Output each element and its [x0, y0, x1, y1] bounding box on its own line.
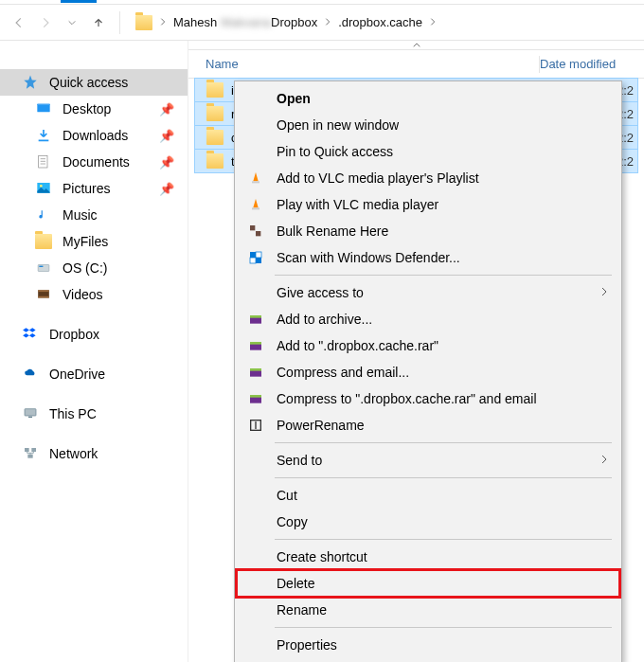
svg-rect-15	[25, 448, 29, 452]
svg-rect-13	[25, 409, 36, 416]
music-icon	[34, 206, 53, 224]
breadcrumb[interactable]: Mahesh Makvana Dropbox .dropbox.cache	[135, 15, 443, 30]
menu-compress-rar-email[interactable]: Compress to ".dropbox.cache.rar" and ema…	[237, 385, 619, 412]
menu-add-archive[interactable]: Add to archive...	[237, 306, 619, 332]
sidebar-item-downloads[interactable]: Downloads 📌	[0, 122, 188, 149]
folder-icon	[206, 153, 224, 169]
crumb-1[interactable]: Makvana	[221, 15, 271, 29]
sidebar-item-onedrive[interactable]: OneDrive	[0, 361, 188, 387]
menu-cut[interactable]: Cut	[237, 482, 619, 509]
sidebar-item-videos[interactable]: Videos	[0, 281, 188, 308]
network-icon	[21, 445, 40, 462]
svg-rect-14	[28, 417, 32, 418]
sidebar-label: Pictures	[63, 181, 111, 196]
download-icon	[34, 127, 53, 144]
sidebar-label: Documents	[63, 154, 130, 170]
sidebar-label: Music	[63, 207, 98, 223]
sidebar-label: Desktop	[63, 101, 111, 116]
document-icon	[34, 153, 53, 170]
svg-rect-33	[250, 395, 261, 398]
crumb-3[interactable]: .dropbox.cache	[338, 15, 422, 29]
vlc-icon	[244, 169, 267, 188]
tab-bar	[0, 0, 644, 5]
svg-rect-27	[250, 315, 261, 318]
star-icon	[21, 74, 40, 91]
pin-icon: 📌	[159, 155, 174, 170]
sidebar-label: Network	[49, 446, 98, 461]
svg-rect-19	[252, 207, 259, 209]
sidebar-label: Videos	[63, 287, 103, 302]
context-menu: Open Open in new window Pin to Quick acc…	[234, 81, 622, 662]
back-button[interactable]	[8, 11, 30, 34]
svg-rect-9	[39, 266, 43, 267]
svg-rect-31	[250, 368, 261, 371]
menu-create-shortcut[interactable]: Create shortcut	[237, 544, 619, 570]
menu-vlc-play[interactable]: Play with VLC media player	[237, 191, 619, 218]
sidebar-item-dropbox[interactable]: Dropbox	[0, 321, 188, 348]
sidebar-item-network[interactable]: Network	[0, 440, 188, 467]
menu-bulk-rename[interactable]: Bulk Rename Here	[237, 218, 619, 244]
folder-icon	[135, 15, 152, 30]
winrar-icon	[244, 336, 267, 355]
sidebar-label: Downloads	[63, 128, 128, 143]
svg-rect-24	[250, 258, 256, 263]
svg-point-7	[40, 185, 43, 188]
up-button[interactable]	[87, 11, 110, 34]
menu-defender[interactable]: Scan with Windows Defender...	[237, 244, 619, 271]
recent-button[interactable]	[61, 11, 83, 34]
folder-icon	[34, 233, 53, 250]
menu-give-access[interactable]: Give access to	[237, 279, 619, 306]
col-name[interactable]: Name	[188, 57, 539, 71]
menu-rename[interactable]: Rename	[237, 597, 619, 623]
folder-icon	[206, 106, 224, 121]
sidebar-item-pictures[interactable]: Pictures 📌	[0, 175, 188, 202]
menu-open-new-window[interactable]: Open in new window	[237, 112, 619, 138]
menu-pin-quick-access[interactable]: Pin to Quick access	[237, 138, 619, 165]
videos-icon	[34, 286, 53, 303]
menu-copy[interactable]: Copy	[237, 509, 619, 535]
crumb-0[interactable]: Mahesh	[173, 15, 217, 29]
menu-add-rar[interactable]: Add to ".dropbox.cache.rar"	[237, 332, 619, 359]
col-date[interactable]: Date modified	[540, 57, 644, 71]
menu-send-to[interactable]: Send to	[237, 447, 619, 474]
sidebar-label: OS (C:)	[63, 260, 107, 276]
svg-rect-12	[38, 296, 49, 298]
sidebar-item-this-pc[interactable]: This PC	[0, 401, 188, 427]
menu-properties[interactable]: Properties	[237, 632, 619, 658]
forward-button[interactable]	[34, 11, 57, 34]
svg-rect-16	[31, 448, 36, 452]
menu-delete[interactable]: Delete	[237, 570, 619, 597]
folder-icon	[206, 130, 224, 145]
sidebar: Quick access Desktop 📌 Downloads 📌 Docum…	[0, 41, 188, 662]
shield-icon	[244, 248, 267, 267]
crumb-2[interactable]: Dropbox	[271, 15, 317, 29]
sidebar-label: This PC	[49, 406, 97, 421]
sidebar-label: OneDrive	[49, 367, 105, 382]
sidebar-item-desktop[interactable]: Desktop 📌	[0, 96, 188, 122]
pin-icon: 📌	[159, 182, 174, 196]
column-headers[interactable]: Name Date modified	[188, 50, 644, 79]
menu-vlc-playlist[interactable]: Add to VLC media player's Playlist	[237, 165, 619, 191]
desktop-icon	[34, 100, 53, 117]
menu-open[interactable]: Open	[237, 85, 619, 112]
sidebar-item-myfiles[interactable]: MyFiles	[0, 228, 188, 255]
winrar-icon	[244, 389, 267, 408]
menu-power-rename[interactable]: PowerRename	[237, 412, 619, 438]
chevron-right-icon	[158, 15, 168, 29]
pictures-icon	[34, 180, 53, 197]
winrar-icon	[244, 363, 267, 382]
svg-rect-8	[38, 265, 49, 272]
chevron-up-icon[interactable]	[411, 39, 422, 53]
sidebar-item-music[interactable]: Music	[0, 202, 188, 228]
folder-icon	[206, 82, 224, 98]
powerrename-icon	[244, 416, 267, 435]
svg-rect-18	[252, 181, 259, 183]
drive-icon	[34, 259, 53, 277]
sidebar-item-documents[interactable]: Documents 📌	[0, 149, 188, 175]
pin-icon: 📌	[159, 129, 174, 143]
chevron-right-icon	[599, 285, 610, 300]
sidebar-item-quick-access[interactable]: Quick access	[0, 69, 188, 96]
pin-icon: 📌	[159, 102, 174, 116]
menu-compress-email[interactable]: Compress and email...	[237, 359, 619, 385]
sidebar-item-os-c[interactable]: OS (C:)	[0, 255, 188, 281]
